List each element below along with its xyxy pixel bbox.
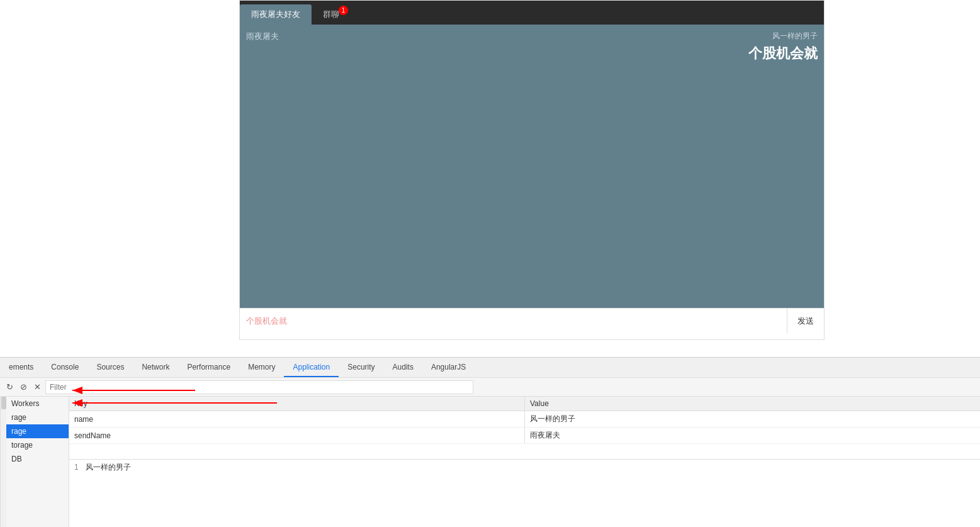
table-row[interactable]: sendName雨夜屠夫 — [69, 428, 980, 444]
tab-performance[interactable]: Performance — [178, 358, 239, 377]
tab-application[interactable]: Application — [284, 358, 339, 377]
chat-msg-left: 雨夜屠夫 — [246, 31, 279, 42]
devtools-body: Workers rage rage torage DB — [0, 397, 980, 527]
devtools-content-area: Key Value name风一样的男子sendName雨夜屠夫 1 风一样的男… — [69, 397, 980, 527]
group-chat-badge: 1 — [339, 6, 348, 15]
devtools-scrollbar[interactable] — [0, 397, 6, 527]
tab-direct-message[interactable]: 雨夜屠夫好友 — [240, 4, 312, 25]
chat-input[interactable] — [240, 309, 787, 333]
scrollbar-thumb — [1, 397, 6, 409]
tab-elements[interactable]: ements — [0, 358, 42, 377]
kv-table: Key Value name风一样的男子sendName雨夜屠夫 — [69, 397, 980, 444]
right-sender-name: 风一样的男子 — [748, 31, 818, 42]
tab-console[interactable]: Console — [42, 358, 87, 377]
tab-security[interactable]: Security — [339, 358, 383, 377]
col-header-value: Value — [525, 397, 981, 411]
cell-key: name — [69, 411, 525, 428]
clear-button[interactable]: ✕ — [31, 382, 43, 393]
devtools-tabs: ements Console Sources Network Performan… — [0, 358, 980, 378]
value-panel: 1 风一样的男子 — [69, 459, 980, 527]
right-msg-bubble: 个股机会就 — [748, 44, 818, 63]
value-content: 风一样的男子 — [86, 463, 131, 472]
table-row[interactable]: name风一样的男子 — [69, 411, 980, 428]
sidebar-item-storage1[interactable]: rage — [6, 411, 69, 424]
tab-audits[interactable]: Audits — [384, 358, 422, 377]
devtools-toolbar: ↻ ⊘ ✕ — [0, 378, 980, 397]
cell-value: 雨夜屠夫 — [525, 428, 981, 444]
value-line-number: 1 — [74, 463, 79, 472]
tab-direct-label: 雨夜屠夫好友 — [251, 9, 300, 20]
chat-body: 雨夜屠夫 风一样的男子 个股机会就 — [240, 25, 824, 308]
sidebar-item-storage2[interactable]: rage — [6, 424, 69, 438]
sidebar-item-workers[interactable]: Workers — [6, 397, 69, 411]
tab-sources[interactable]: Sources — [87, 358, 133, 377]
devtools-panel: ements Console Sources Network Performan… — [0, 357, 980, 527]
cell-key: sendName — [69, 428, 525, 444]
devtools-sidebar: Workers rage rage torage DB — [6, 397, 69, 527]
chat-input-area: 发送 — [240, 308, 824, 333]
sidebar-item-storage3[interactable]: torage — [6, 438, 69, 452]
chat-tabs: 雨夜屠夫好友 群聊 1 — [240, 1, 824, 25]
stop-button[interactable]: ⊘ — [18, 382, 29, 393]
chat-container: 雨夜屠夫好友 群聊 1 雨夜屠夫 风一样的男子 个股机会就 发送 — [239, 0, 825, 340]
refresh-button[interactable]: ↻ — [4, 382, 15, 393]
col-header-key: Key — [69, 397, 525, 411]
tab-network[interactable]: Network — [133, 358, 178, 377]
left-sender-name: 雨夜屠夫 — [246, 31, 279, 41]
chat-msg-right: 风一样的男子 个股机会就 — [748, 31, 818, 63]
sidebar-item-db[interactable]: DB — [6, 452, 69, 466]
kv-table-scroll[interactable]: Key Value name风一样的男子sendName雨夜屠夫 — [69, 397, 980, 459]
filter-input[interactable] — [45, 380, 473, 394]
chat-send-button[interactable]: 发送 — [787, 309, 824, 333]
tab-group-chat[interactable]: 群聊 1 — [312, 4, 351, 25]
cell-value: 风一样的男子 — [525, 411, 981, 428]
tab-group-label: 群聊 — [323, 9, 339, 20]
tab-memory[interactable]: Memory — [239, 358, 284, 377]
tab-angularjs[interactable]: AngularJS — [422, 358, 475, 377]
